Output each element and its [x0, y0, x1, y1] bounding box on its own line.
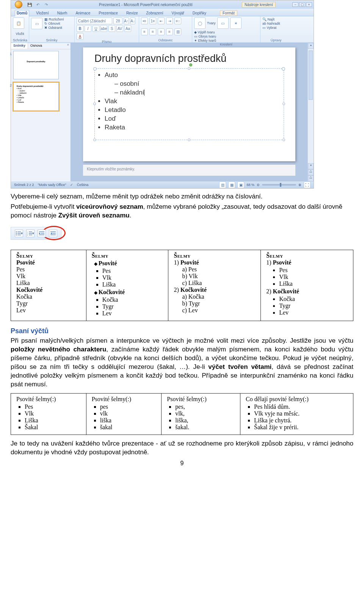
paste-icon[interactable]: 📋	[13, 17, 24, 29]
zoom-in-icon[interactable]: ⊕	[298, 183, 301, 187]
slide-thumb-2[interactable]: 2 Druhy dopravních prostředků • Auto – o…	[13, 82, 59, 111]
svg-rect-7	[29, 231, 32, 232]
svg-rect-1	[17, 231, 21, 232]
reset-button[interactable]: ↻ Obnovit	[44, 22, 64, 25]
shadow-button[interactable]: S	[108, 25, 115, 32]
align-center-button[interactable]: ≡	[149, 28, 156, 35]
office-button[interactable]	[13, 0, 25, 9]
underline-button[interactable]: U	[93, 25, 99, 32]
spellcheck-icon[interactable]: ✓	[70, 183, 73, 187]
tab-review[interactable]: Revize	[125, 10, 140, 16]
shape-fill-button[interactable]: ◆ Výplň tvaru	[194, 30, 216, 34]
decrease-indent-button[interactable]: ⇤	[158, 17, 165, 24]
tab-addins[interactable]: Doplňky	[191, 10, 208, 16]
italic-button[interactable]: I	[85, 25, 91, 32]
list-item: nákladní	[115, 88, 282, 97]
new-slide-icon[interactable]: ▭	[31, 18, 42, 29]
minimize-button[interactable]: –	[292, 2, 298, 7]
view-normal-icon[interactable]: ▥	[219, 181, 226, 188]
delete-button[interactable]: ✖ Odstranit	[44, 26, 64, 30]
view-sorter-icon[interactable]: ▦	[228, 181, 235, 188]
tab-format[interactable]: Formát	[220, 10, 237, 16]
align-left-button[interactable]: ≡	[141, 28, 148, 35]
view-slideshow-icon[interactable]: ▣	[237, 181, 244, 188]
tab-insert[interactable]: Vložení	[35, 10, 50, 16]
paragraph: Vybereme-li celý seznam, můžeme měnit ty…	[11, 192, 353, 201]
qat-undo-icon[interactable]: ↶	[35, 1, 41, 8]
align-right-button[interactable]: ≡	[158, 28, 165, 35]
language-indicator[interactable]: Čeština	[77, 183, 89, 187]
case-button[interactable]: Aa	[124, 25, 131, 32]
zoom-slider[interactable]	[262, 184, 296, 186]
svg-point-2	[16, 233, 17, 234]
notes-pane[interactable]: Klepnutím vložíte poznámky.	[83, 164, 295, 176]
list-item: Loď	[105, 115, 282, 123]
tab-slideshow[interactable]: Prezentace	[97, 10, 119, 16]
svg-rect-13	[41, 233, 44, 233]
svg-marker-18	[50, 233, 52, 234]
numbering-button[interactable]: 1≡	[149, 17, 156, 24]
outline-tab[interactable]: Osnova	[28, 43, 44, 49]
tab-developer[interactable]: Vývojář	[170, 10, 186, 16]
quick-styles-button[interactable]: ✶	[230, 17, 242, 29]
strike-button[interactable]: abe	[100, 25, 107, 32]
spacing-button[interactable]: AV	[116, 25, 123, 32]
increase-indent-button[interactable]: ⇥	[166, 17, 173, 24]
fit-window-icon[interactable]: ⛶	[304, 181, 311, 188]
scroll-down-icon[interactable]: ▾	[308, 163, 314, 169]
line-spacing-button[interactable]: ≡↕	[174, 17, 181, 24]
qat-save-icon[interactable]: 💾	[26, 1, 33, 8]
content-textbox[interactable]: Auto osobní nákladní Vlak Letadlo Loď Ra…	[94, 68, 284, 140]
slide-panel: Snímky Osnova × 1 Dopravní prostředky 2 …	[11, 43, 71, 181]
list-item: Letadlo	[105, 106, 282, 115]
shapes-gallery-button[interactable]: ◯	[194, 17, 206, 29]
find-button[interactable]: 🔍 Najít	[262, 17, 290, 21]
font-selector[interactable]: Calibri (Základní	[77, 17, 112, 24]
scroll-up-icon[interactable]: ▴	[308, 43, 314, 49]
slides-tab[interactable]: Snímky	[11, 43, 28, 49]
tab-view[interactable]: Zobrazení	[144, 10, 165, 16]
font-size-selector[interactable]: 28	[113, 17, 122, 24]
vertical-scrollbar[interactable]: ▴ ▾ ⧋ ⧋	[308, 43, 314, 181]
close-panel-icon[interactable]: ×	[66, 43, 71, 49]
font-color-button[interactable]: A	[77, 33, 83, 40]
shape-effects-button[interactable]: ✦ Efekty tvarů	[194, 39, 216, 43]
status-bar: Snímek 2 z 2 "Motiv sady Office" ✓ Češti…	[11, 181, 314, 188]
close-button[interactable]: ×	[306, 2, 312, 7]
select-button[interactable]: ▭ Vybrat	[262, 26, 290, 30]
bold-button[interactable]: B	[77, 25, 83, 32]
maximize-button[interactable]: ▢	[299, 2, 305, 7]
tab-animations[interactable]: Animace	[74, 10, 92, 16]
ribbon-tabs: Domů Vložení Návrh Animace Prezentace Re…	[11, 9, 314, 16]
justify-button[interactable]: ≡	[166, 28, 173, 35]
indent-buttons-snippet: ▾ 123▾	[11, 227, 61, 240]
slide-title[interactable]: Druhy dopravních prostředků	[94, 53, 284, 65]
prev-slide-icon[interactable]: ⧋	[308, 169, 314, 175]
zoom-out-icon[interactable]: ⊖	[257, 183, 260, 187]
slide-thumb-1[interactable]: 1 Dopravní prostředky	[13, 51, 59, 79]
window-title: Prezentace1 - Microsoft PowerPoint nekom…	[51, 3, 240, 7]
bullets-icon[interactable]: ▾	[15, 230, 23, 237]
replace-button[interactable]: ab Nahradit	[262, 22, 290, 25]
tab-home[interactable]: Domů	[15, 10, 29, 16]
svg-marker-14	[39, 233, 41, 234]
grow-font-icon[interactable]: A↑	[124, 17, 129, 24]
svg-rect-15	[39, 235, 44, 235]
thumb-number: 2	[10, 83, 12, 88]
increase-indent-icon[interactable]	[49, 230, 57, 237]
qat-redo-icon[interactable]: ↷	[43, 1, 50, 8]
decrease-indent-icon[interactable]	[38, 230, 46, 237]
numbering-icon[interactable]: 123▾	[26, 230, 35, 237]
rotate-handle-icon[interactable]	[189, 63, 192, 66]
group-clipboard-label: Schránka	[13, 38, 27, 42]
bullets-button[interactable]: •≡	[141, 17, 148, 24]
arrange-button[interactable]: ▭	[217, 17, 229, 29]
shrink-font-icon[interactable]: A↓	[130, 17, 135, 24]
next-slide-icon[interactable]: ⧋	[308, 175, 314, 181]
slide-canvas[interactable]: Druhy dopravních prostředků Auto osobní …	[83, 47, 295, 161]
layout-button[interactable]: ▦ Rozložení	[44, 17, 64, 21]
shape-outline-button[interactable]: ▭ Obrys tvaru	[194, 35, 216, 38]
ribbon: 📋 Vložit Schránka ▭ ▦ Rozložení ↻ Obnovi…	[11, 16, 314, 43]
tab-design[interactable]: Návrh	[56, 10, 69, 16]
columns-button[interactable]: ▥	[174, 28, 181, 35]
